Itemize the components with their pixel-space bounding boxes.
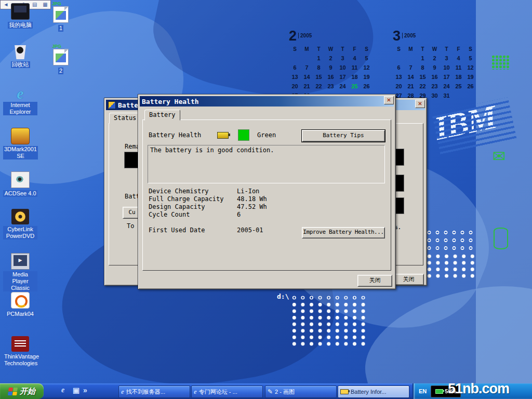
calendar-day: 4 — [349, 55, 361, 62]
task-label: Battery Infor... — [351, 389, 386, 395]
ie-quicklaunch-icon[interactable]: e — [61, 386, 64, 394]
drive-label: d:\ — [277, 292, 289, 300]
desktop-icon-thinkvantage[interactable]: ThinkVantage Technologies — [3, 336, 37, 367]
calendar-day: 14 — [405, 73, 417, 81]
language-indicator[interactable]: EN — [419, 388, 427, 394]
tab-battery[interactable]: Battery — [144, 110, 180, 121]
calendar-day: 17 — [441, 73, 453, 81]
jpg-badge: JPG — [52, 1, 77, 6]
battery-icon — [435, 389, 443, 394]
desktop-icon-label: 2 — [58, 68, 63, 74]
tab-status[interactable]: Status — [109, 113, 141, 124]
battery-health-dialog[interactable]: Battery Health Battery Battery Health Gr… — [138, 94, 396, 289]
calendar-day: 9 — [325, 64, 337, 71]
desktop-icon-recycle-bin[interactable]: 回收站 — [3, 44, 37, 69]
calendar-day: 31 — [441, 92, 453, 99]
recycle-bin-icon — [11, 44, 29, 59]
desktop-icon-pcmark04[interactable]: PCMark04 — [3, 292, 37, 318]
desktop-icon-media-player-classic[interactable]: Media Player Classic — [3, 253, 37, 292]
calendar-day: 11 — [349, 64, 361, 71]
battery-status-icon — [217, 132, 229, 139]
field-value: 48.18 Wh — [237, 195, 267, 203]
powerdvd-icon — [11, 209, 29, 224]
envelope-icon: ✉ — [493, 149, 506, 164]
calendar-day: 8 — [313, 64, 325, 71]
calendar-day-header: M — [405, 46, 417, 52]
taskbar-task-paint[interactable]: 2 - 画图 — [265, 385, 337, 398]
calendar-day: 19 — [361, 73, 373, 81]
desktop-icon-file-2[interactable]: JPG 2 — [45, 44, 77, 75]
calendar-day: 18 — [349, 73, 361, 81]
taskbar-task-forum[interactable]: 专门网论坛 - ... — [191, 385, 263, 398]
calendar-day: 7 — [301, 64, 313, 71]
calendar-day: 5 — [361, 55, 373, 62]
calendar-day-header: W — [429, 46, 441, 52]
calendar-day: 20 — [289, 83, 301, 90]
calendar-day: 2 — [429, 55, 441, 62]
calendar-day: 25 — [349, 83, 361, 90]
calendar-grid: 1234567891011121314151617181920212223242… — [393, 53, 478, 100]
desktop-icon-label: 回收站 — [11, 61, 30, 68]
calendar-day: 26 — [361, 83, 373, 90]
battery-tips-button[interactable]: Battery Tips — [302, 130, 385, 142]
calendar-day: 4 — [453, 55, 464, 62]
desktop-icon-label: Media Player Classic — [3, 271, 37, 291]
calendar-day: 22 — [417, 83, 429, 90]
internet-explorer-icon — [11, 85, 29, 100]
calendar-day: 17 — [337, 73, 349, 81]
calendar-day: 19 — [464, 73, 476, 81]
jpg-badge: JPG — [52, 44, 77, 49]
calendar-day: 3 — [337, 55, 349, 62]
field-label: Cycle Count — [149, 211, 190, 218]
field-value: 2005-01 — [237, 227, 263, 234]
calendar-day: 21 — [301, 83, 313, 90]
ie-icon — [121, 388, 124, 396]
close-icon[interactable] — [415, 100, 425, 108]
ie-icon — [194, 388, 197, 396]
calendar-day: 18 — [453, 73, 464, 81]
desktop-icon-label: 我的电脑 — [8, 22, 33, 29]
calendar-day-header: T — [313, 46, 325, 52]
wallpaper-dot-grid — [290, 301, 369, 346]
calendar-day: 23 — [325, 83, 337, 90]
calendar-day-header: W — [325, 46, 337, 52]
field-value: 47.52 Wh — [237, 203, 267, 210]
calendar-day: 24 — [441, 83, 453, 90]
watermark: 51nb.com — [448, 381, 509, 397]
desktop-icon-file-1[interactable]: JPG 1 — [45, 1, 77, 32]
thinkvantage-icon — [11, 336, 29, 352]
calendar-day-header: T — [417, 46, 429, 52]
close-button[interactable]: 关闭 — [393, 274, 424, 285]
quicklaunch-overflow-icon[interactable]: » — [83, 386, 87, 394]
calendar-day: 1 — [417, 55, 429, 62]
desktop-icon-3dmark2001[interactable]: 3DMark2001 SE — [3, 128, 37, 160]
calendar-day: 22 — [313, 83, 325, 90]
desktop-icon-label: Internet Explorer — [3, 102, 37, 115]
taskbar-task-server-not-found[interactable]: 找不到服务器... — [118, 385, 190, 398]
3dmark-icon — [11, 128, 30, 144]
field-value: Li-Ion — [237, 188, 259, 195]
desktop-icon-label: ACDSee 4.0 — [3, 190, 37, 197]
desktop-icon-acdsee[interactable]: ACDSee 4.0 — [3, 171, 37, 197]
desktop-icon-powerdvd[interactable]: CyberLink PowerDVD — [3, 209, 37, 240]
taskbar-task-battery-information[interactable]: Battery Infor... — [338, 385, 409, 398]
calendar-month: 2 — [289, 28, 297, 44]
desktop-icon-internet-explorer[interactable]: Internet Explorer — [3, 85, 37, 116]
close-icon[interactable] — [384, 96, 394, 104]
calendar-day: 16 — [429, 73, 441, 81]
ibm-logo: IBM — [431, 94, 518, 159]
close-button[interactable]: 关闭 — [357, 275, 392, 287]
field-value: 6 — [237, 211, 241, 218]
desktop-icon-my-computer[interactable]: 我的电脑 — [3, 3, 37, 29]
calendar-day: 26 — [464, 83, 476, 90]
condition-textbox: The battery is in good condition. — [148, 145, 385, 183]
calendar-day: 12 — [361, 64, 373, 71]
calendar-day-header: M — [301, 46, 313, 52]
calendar-day: 1 — [313, 55, 325, 62]
show-desktop-icon[interactable]: ▣ — [73, 386, 79, 394]
improve-battery-health-button[interactable]: Improve Battery Health... — [302, 227, 385, 238]
start-button[interactable]: 开始 — [0, 383, 44, 399]
calendar-day: 12 — [464, 64, 476, 71]
calendar-day-header: S — [289, 46, 301, 52]
battery-health-titlebar[interactable]: Battery Health — [140, 96, 394, 107]
